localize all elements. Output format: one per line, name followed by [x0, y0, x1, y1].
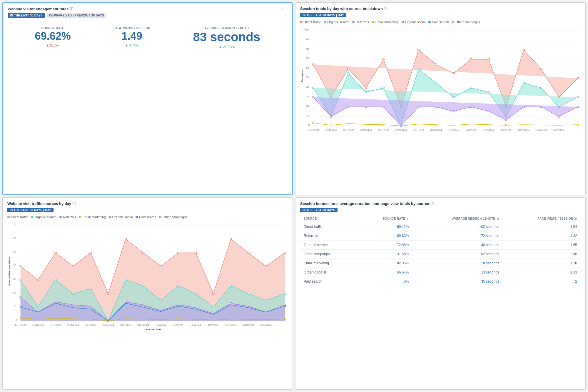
- cell-bounce: 72.88%: [357, 240, 412, 249]
- engagement-panel: Website visitor engagement rates ⓘ ≡ ⋮ I…: [2, 2, 293, 195]
- cell-avg-session: 8 seconds: [412, 258, 503, 268]
- traffic-info-icon[interactable]: ⓘ: [72, 201, 76, 206]
- bounce-filter[interactable]: IN THE LAST 30 DAYS: [300, 208, 338, 212]
- cell-page-views: 1.65: [503, 240, 581, 249]
- svg-point-51: [488, 91, 490, 93]
- svg-point-56: [577, 96, 579, 98]
- svg-text:21/1/2024: 21/1/2024: [50, 323, 61, 326]
- svg-point-124: [213, 293, 214, 294]
- svg-text:23/1/2024: 23/1/2024: [67, 323, 79, 326]
- col-source[interactable]: SOURCE: [300, 215, 357, 222]
- svg-text:29/1/2024: 29/1/2024: [120, 323, 132, 326]
- session-totals-panel: Session totals by day with source breakd…: [295, 2, 586, 195]
- svg-point-65: [435, 106, 437, 108]
- svg-text:40: 40: [306, 86, 309, 89]
- svg-point-142: [230, 285, 232, 286]
- session-length-label: AVERAGE SESSION LENGTH: [193, 26, 260, 30]
- session-filter[interactable]: IN THE LAST 30 DAYS | DAY: [300, 13, 346, 17]
- traffic-legend-direct: Direct traffic: [7, 215, 28, 219]
- svg-point-54: [540, 87, 542, 89]
- svg-point-114: [37, 279, 39, 281]
- svg-point-60: [348, 106, 349, 108]
- legend-other: Other campaigns: [452, 20, 480, 24]
- svg-point-26: [348, 68, 349, 70]
- page-views-metric: PAGE VIEWS / SESSION 1.49 ▲ 3.75%: [113, 26, 150, 49]
- svg-point-138: [160, 299, 162, 301]
- filter-30-days[interactable]: IN THE LAST 30 DAYS: [8, 13, 45, 18]
- traffic-dot-paid: [136, 216, 138, 218]
- svg-text:10/2/2024: 10/2/2024: [225, 323, 237, 326]
- svg-point-69: [505, 119, 507, 121]
- svg-point-58: [313, 96, 314, 98]
- cell-page-views: 2.68: [503, 249, 581, 258]
- cell-bounce: 0%: [357, 277, 412, 286]
- traffic-filter[interactable]: IN THE LAST 30 DAYS | DAY: [7, 208, 54, 212]
- cell-bounce: 69.42%: [357, 222, 412, 231]
- col-avg-session[interactable]: AVERAGE SESSION LENGTH ⇅: [412, 215, 503, 222]
- engagement-title: Website visitor engagement rates ⓘ: [8, 6, 288, 11]
- svg-point-152: [284, 318, 285, 320]
- svg-point-41: [313, 87, 314, 89]
- filter-previous[interactable]: COMPARED TO | PREVIOUS 30 DAYS: [47, 13, 106, 18]
- cell-avg-session: 62 seconds: [412, 249, 503, 258]
- filter-bar: IN THE LAST 30 DAYS COMPARED TO | PREVIO…: [8, 13, 288, 18]
- svg-text:19/1/2024: 19/1/2024: [325, 129, 337, 131]
- traffic-filter-bar: IN THE LAST 30 DAYS | DAY: [7, 208, 288, 212]
- svg-text:New visitor sessions: New visitor sessions: [8, 256, 11, 286]
- page-views-change: ▲ 3.75%: [113, 43, 150, 47]
- svg-point-31: [435, 64, 437, 65]
- page-views-label: PAGE VIEWS / SESSION: [113, 26, 150, 30]
- svg-text:6/2/2024: 6/2/2024: [191, 323, 201, 326]
- svg-text:20: 20: [13, 291, 16, 294]
- svg-point-125: [230, 238, 232, 240]
- svg-point-120: [142, 252, 144, 253]
- svg-text:25/1/2024: 25/1/2024: [85, 323, 96, 326]
- info-icon[interactable]: ⓘ: [70, 6, 73, 11]
- svg-text:70: 70: [306, 57, 309, 60]
- cell-avg-session: 72 seconds: [412, 231, 503, 240]
- cell-source: Organic social: [300, 268, 357, 277]
- traffic-dot-referrals: [59, 216, 62, 218]
- col-page-views[interactable]: PAGE VIEWS / SESSION ⇅: [503, 215, 581, 222]
- cell-source: Email marketing: [300, 258, 357, 268]
- bounce-info-icon[interactable]: ⓘ: [430, 201, 434, 206]
- session-info-icon[interactable]: ⓘ: [384, 6, 387, 11]
- svg-text:Session date: Session date: [143, 328, 162, 330]
- svg-text:8/2/2024: 8/2/2024: [501, 129, 511, 131]
- metrics-row: BOUNCE RATE 69.62% ▲ 5.15% PAGE VIEWS / …: [8, 26, 288, 49]
- svg-text:14/2/2024: 14/2/2024: [260, 323, 272, 326]
- bounce-rate-metric: BOUNCE RATE 69.62% ▲ 5.15%: [35, 26, 71, 49]
- col-bounce[interactable]: BOUNCE RATE ⇅: [357, 215, 412, 222]
- cell-avg-session: 13 seconds: [412, 268, 503, 277]
- table-row: Paid search 0% 35 seconds 2: [300, 277, 581, 286]
- cell-page-views: 2: [503, 277, 581, 286]
- legend-social: Organic social: [402, 20, 426, 24]
- cell-bounce: 69.63%: [357, 231, 412, 240]
- svg-point-141: [213, 306, 214, 308]
- traffic-legend-referrals: Referrals: [59, 215, 76, 219]
- svg-point-72: [558, 116, 559, 117]
- svg-point-73: [577, 106, 579, 108]
- bounce-table-title: Session bounce rate, average duration, a…: [300, 201, 581, 206]
- svg-text:10/2/2024: 10/2/2024: [518, 129, 529, 131]
- svg-text:60: 60: [13, 236, 16, 239]
- svg-point-36: [523, 49, 524, 51]
- bounce-table-panel: Session bounce rate, average duration, a…: [295, 197, 586, 390]
- svg-point-78: [577, 124, 579, 126]
- session-length-value: 83 seconds: [193, 31, 260, 43]
- svg-point-61: [365, 106, 367, 108]
- svg-point-133: [72, 293, 74, 294]
- svg-point-50: [470, 87, 472, 89]
- session-chart-container: 0 10 20 30 40 50 60 70 80 90 100 110: [300, 26, 581, 133]
- dots-icon[interactable]: ⋮: [285, 6, 289, 10]
- traffic-dot-direct: [7, 216, 10, 218]
- svg-text:0: 0: [308, 124, 310, 126]
- svg-point-115: [55, 252, 56, 253]
- svg-text:27/1/2024: 27/1/2024: [102, 323, 114, 326]
- svg-point-77: [505, 125, 507, 126]
- svg-text:Sessions: Sessions: [300, 70, 304, 83]
- cell-page-views: 1.54: [503, 222, 581, 231]
- cell-avg-session: 35 seconds: [412, 277, 503, 286]
- menu-icon[interactable]: ≡: [281, 6, 283, 10]
- svg-point-126: [248, 252, 249, 253]
